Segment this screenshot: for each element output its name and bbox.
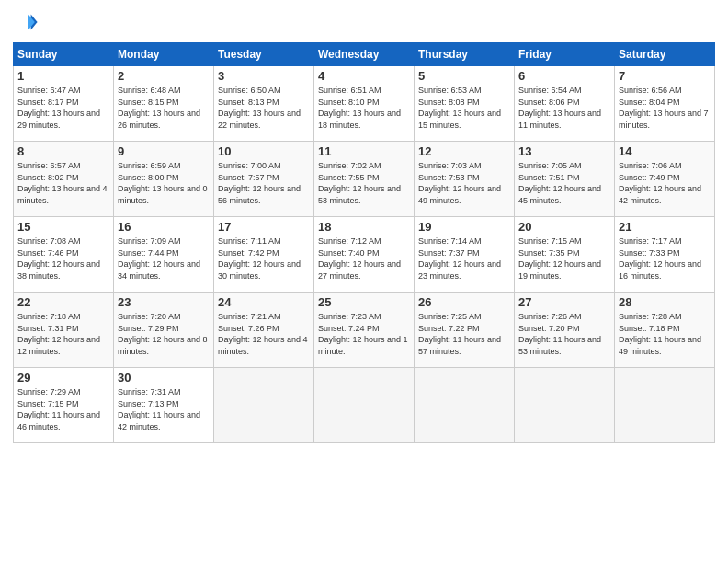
day-info: Sunrise: 6:56 AMSunset: 8:04 PMDaylight:… (619, 85, 711, 131)
day-info: Sunrise: 7:12 AMSunset: 7:40 PMDaylight:… (318, 236, 410, 282)
day-info: Sunrise: 7:09 AMSunset: 7:44 PMDaylight:… (118, 236, 210, 282)
calendar-cell: 30Sunrise: 7:31 AMSunset: 7:13 PMDayligh… (114, 368, 214, 443)
day-number: 12 (418, 144, 510, 158)
day-number: 2 (118, 69, 210, 83)
calendar-cell: 4Sunrise: 6:51 AMSunset: 8:10 PMDaylight… (314, 66, 415, 142)
day-info: Sunrise: 7:15 AMSunset: 7:35 PMDaylight:… (518, 236, 610, 282)
col-tuesday: Tuesday (214, 43, 314, 66)
calendar-cell: 29Sunrise: 7:29 AMSunset: 7:15 PMDayligh… (14, 368, 114, 443)
day-info: Sunrise: 7:11 AMSunset: 7:42 PMDaylight:… (218, 236, 310, 282)
day-info: Sunrise: 6:50 AMSunset: 8:13 PMDaylight:… (218, 85, 310, 131)
calendar-cell (214, 368, 314, 443)
day-info: Sunrise: 7:23 AMSunset: 7:24 PMDaylight:… (318, 311, 410, 357)
table-row: 22Sunrise: 7:18 AMSunset: 7:31 PMDayligh… (14, 293, 715, 368)
day-number: 21 (619, 220, 711, 234)
day-number: 16 (118, 220, 210, 234)
logo-icon (13, 9, 39, 35)
day-info: Sunrise: 6:48 AMSunset: 8:15 PMDaylight:… (118, 85, 210, 131)
calendar-cell: 9Sunrise: 6:59 AMSunset: 8:00 PMDaylight… (114, 142, 214, 217)
calendar-cell: 2Sunrise: 6:48 AMSunset: 8:15 PMDaylight… (114, 66, 214, 142)
day-info: Sunrise: 6:59 AMSunset: 8:00 PMDaylight:… (118, 160, 210, 206)
header (13, 9, 715, 35)
day-info: Sunrise: 7:26 AMSunset: 7:20 PMDaylight:… (518, 311, 610, 357)
day-number: 3 (218, 69, 310, 83)
calendar-cell: 17Sunrise: 7:11 AMSunset: 7:42 PMDayligh… (214, 217, 314, 293)
calendar-cell: 18Sunrise: 7:12 AMSunset: 7:40 PMDayligh… (314, 217, 415, 293)
calendar-cell (415, 368, 515, 443)
table-row: 8Sunrise: 6:57 AMSunset: 8:02 PMDaylight… (14, 142, 715, 217)
day-number: 25 (318, 295, 410, 309)
day-info: Sunrise: 7:29 AMSunset: 7:15 PMDaylight:… (17, 386, 109, 432)
calendar-cell: 23Sunrise: 7:20 AMSunset: 7:29 PMDayligh… (114, 293, 214, 368)
calendar-table: Sunday Monday Tuesday Wednesday Thursday… (13, 42, 715, 443)
calendar-cell: 21Sunrise: 7:17 AMSunset: 7:33 PMDayligh… (615, 217, 715, 293)
calendar-cell: 11Sunrise: 7:02 AMSunset: 7:55 PMDayligh… (314, 142, 415, 217)
calendar-cell: 28Sunrise: 7:28 AMSunset: 7:18 PMDayligh… (615, 293, 715, 368)
day-number: 11 (318, 144, 410, 158)
day-info: Sunrise: 7:14 AMSunset: 7:37 PMDaylight:… (418, 236, 510, 282)
calendar-cell: 24Sunrise: 7:21 AMSunset: 7:26 PMDayligh… (214, 293, 314, 368)
day-number: 9 (118, 144, 210, 158)
day-info: Sunrise: 7:21 AMSunset: 7:26 PMDaylight:… (218, 311, 310, 357)
col-wednesday: Wednesday (314, 43, 415, 66)
day-info: Sunrise: 7:20 AMSunset: 7:29 PMDaylight:… (118, 311, 210, 357)
calendar-cell: 20Sunrise: 7:15 AMSunset: 7:35 PMDayligh… (515, 217, 615, 293)
calendar-cell: 16Sunrise: 7:09 AMSunset: 7:44 PMDayligh… (114, 217, 214, 293)
day-info: Sunrise: 6:51 AMSunset: 8:10 PMDaylight:… (318, 85, 410, 131)
day-number: 26 (418, 295, 510, 309)
day-number: 7 (619, 69, 711, 83)
day-number: 13 (518, 144, 610, 158)
calendar-cell: 5Sunrise: 6:53 AMSunset: 8:08 PMDaylight… (415, 66, 515, 142)
day-number: 28 (619, 295, 711, 309)
calendar-cell: 14Sunrise: 7:06 AMSunset: 7:49 PMDayligh… (615, 142, 715, 217)
logo (13, 9, 42, 35)
day-info: Sunrise: 6:57 AMSunset: 8:02 PMDaylight:… (17, 160, 109, 206)
calendar-cell (314, 368, 415, 443)
day-info: Sunrise: 6:53 AMSunset: 8:08 PMDaylight:… (418, 85, 510, 131)
day-number: 27 (518, 295, 610, 309)
calendar-cell (515, 368, 615, 443)
calendar-cell: 7Sunrise: 6:56 AMSunset: 8:04 PMDaylight… (615, 66, 715, 142)
day-info: Sunrise: 7:17 AMSunset: 7:33 PMDaylight:… (619, 236, 711, 282)
table-row: 29Sunrise: 7:29 AMSunset: 7:15 PMDayligh… (14, 368, 715, 443)
day-number: 4 (318, 69, 410, 83)
day-info: Sunrise: 7:08 AMSunset: 7:46 PMDaylight:… (17, 236, 109, 282)
day-number: 8 (17, 144, 109, 158)
day-number: 14 (619, 144, 711, 158)
calendar-cell: 15Sunrise: 7:08 AMSunset: 7:46 PMDayligh… (14, 217, 114, 293)
calendar-cell: 10Sunrise: 7:00 AMSunset: 7:57 PMDayligh… (214, 142, 314, 217)
calendar-cell: 3Sunrise: 6:50 AMSunset: 8:13 PMDaylight… (214, 66, 314, 142)
col-friday: Friday (515, 43, 615, 66)
col-thursday: Thursday (415, 43, 515, 66)
col-monday: Monday (114, 43, 214, 66)
day-info: Sunrise: 6:47 AMSunset: 8:17 PMDaylight:… (17, 85, 109, 131)
calendar-cell: 1Sunrise: 6:47 AMSunset: 8:17 PMDaylight… (14, 66, 114, 142)
calendar-cell: 27Sunrise: 7:26 AMSunset: 7:20 PMDayligh… (515, 293, 615, 368)
calendar-cell: 25Sunrise: 7:23 AMSunset: 7:24 PMDayligh… (314, 293, 415, 368)
day-info: Sunrise: 6:54 AMSunset: 8:06 PMDaylight:… (518, 85, 610, 131)
day-info: Sunrise: 7:18 AMSunset: 7:31 PMDaylight:… (17, 311, 109, 357)
day-info: Sunrise: 7:05 AMSunset: 7:51 PMDaylight:… (518, 160, 610, 206)
table-row: 15Sunrise: 7:08 AMSunset: 7:46 PMDayligh… (14, 217, 715, 293)
day-info: Sunrise: 7:03 AMSunset: 7:53 PMDaylight:… (418, 160, 510, 206)
calendar-cell: 12Sunrise: 7:03 AMSunset: 7:53 PMDayligh… (415, 142, 515, 217)
day-info: Sunrise: 7:02 AMSunset: 7:55 PMDaylight:… (318, 160, 410, 206)
col-saturday: Saturday (615, 43, 715, 66)
day-number: 24 (218, 295, 310, 309)
day-info: Sunrise: 7:31 AMSunset: 7:13 PMDaylight:… (118, 386, 210, 432)
day-number: 1 (17, 69, 109, 83)
calendar-cell: 6Sunrise: 6:54 AMSunset: 8:06 PMDaylight… (515, 66, 615, 142)
col-sunday: Sunday (14, 43, 114, 66)
calendar-cell: 22Sunrise: 7:18 AMSunset: 7:31 PMDayligh… (14, 293, 114, 368)
day-number: 6 (518, 69, 610, 83)
day-number: 23 (118, 295, 210, 309)
day-info: Sunrise: 7:28 AMSunset: 7:18 PMDaylight:… (619, 311, 711, 357)
calendar-cell: 8Sunrise: 6:57 AMSunset: 8:02 PMDaylight… (14, 142, 114, 217)
calendar-cell: 26Sunrise: 7:25 AMSunset: 7:22 PMDayligh… (415, 293, 515, 368)
day-number: 19 (418, 220, 510, 234)
day-number: 30 (118, 371, 210, 385)
calendar-container: Sunday Monday Tuesday Wednesday Thursday… (0, 0, 728, 451)
day-number: 22 (17, 295, 109, 309)
day-info: Sunrise: 7:06 AMSunset: 7:49 PMDaylight:… (619, 160, 711, 206)
day-info: Sunrise: 7:25 AMSunset: 7:22 PMDaylight:… (418, 311, 510, 357)
